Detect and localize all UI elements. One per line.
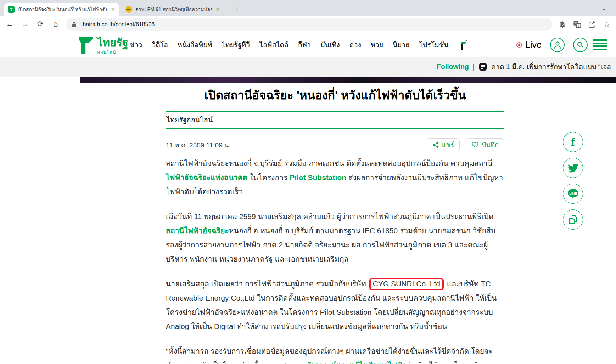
svg-text:文: 文	[577, 24, 580, 27]
news-list-icon	[479, 63, 487, 71]
heart-icon	[471, 141, 479, 148]
facebook-share-button[interactable]: f	[563, 132, 583, 152]
share-label: แชร์	[442, 140, 454, 150]
svg-text:+: +	[465, 40, 467, 43]
nav-item-news[interactable]: ข่าว	[130, 39, 142, 50]
share-icon[interactable]	[588, 21, 596, 28]
line-icon: LINE	[567, 188, 579, 200]
tab-title: สวพ. FM 91 สถานีวิทยุเพื่อความปลอดภัย	[135, 5, 212, 13]
article-content: เปิดสถานีอัจฉริยะ 'หนองกี่' หวังแก้ไฟฟ้า…	[166, 83, 504, 364]
article-text: ในโครงการ	[247, 173, 290, 181]
nav-item-lifestyle[interactable]: ไลฟ์สไตล์	[259, 39, 289, 50]
user-icon	[553, 40, 562, 50]
nav-item-promotion[interactable]: โปรโมชั่น	[419, 39, 448, 50]
search-icon	[576, 40, 585, 49]
twitter-share-button[interactable]	[563, 158, 583, 178]
save-label: บันทึก	[482, 140, 499, 150]
copy-pages-icon	[568, 214, 578, 225]
live-label: Live	[525, 40, 542, 50]
live-button[interactable]: Live	[516, 40, 542, 50]
url-text[interactable]: thairath.co.th/content/618506	[81, 21, 155, 28]
social-share-rail: f LINE	[563, 132, 583, 230]
article-text: สถานีไฟฟ้าอัจฉริยะหนองกี่ จ.บุรีรัมย์ ร่…	[166, 159, 493, 167]
red-highlight-box: CYG SUNRI Co.,Ltd	[369, 278, 444, 290]
nav-item-horoscope[interactable]: ดวง	[349, 39, 361, 50]
new-tab-button[interactable]: +	[232, 4, 242, 14]
notifications-muted-icon[interactable]	[559, 21, 566, 28]
tab-thairath-article[interactable]: T เปิดสถานีอัจฉริยะ 'หนองกี่' หวังแก้ไฟฟ…	[4, 3, 119, 16]
lock-icon	[72, 22, 77, 28]
bookmark-star-icon[interactable]: ☆	[603, 20, 610, 29]
tab-fm91[interactable]: FM สวพ. FM 91 สถานีวิทยุเพื่อความปลอดภัย…	[122, 3, 224, 16]
nav-item-tv[interactable]: ไทยรัฐทีวี	[222, 39, 250, 50]
nav-item-novel[interactable]: นิยาย	[393, 39, 409, 50]
share-button[interactable]: แชร์	[427, 138, 460, 151]
thairath-plus-icon[interactable]: +	[458, 40, 467, 50]
main-navigation: ข่าว วิดีโอ หนังสือพิมพ์ ไทยรัฐทีวี ไลฟ์…	[130, 33, 467, 57]
following-ticker-bar: Following | คาด 1 มี.ค. เพิ่มการรักษาโคว…	[0, 57, 616, 77]
article-link[interactable]: วิเคราะห์และแก้ไขปัญหาไฟฟ้า	[308, 361, 407, 364]
line-share-button[interactable]: LINE	[563, 184, 583, 204]
svg-text:LINE: LINE	[569, 191, 577, 195]
fm91-favicon-icon: FM	[125, 6, 132, 13]
nav-item-entertainment[interactable]: บันเทิง	[320, 39, 340, 50]
article-text: เมื่อวันที่ 11 พฤษภาคม 2559 นายเสริมสกุล…	[166, 212, 493, 220]
article-paragraph: สถานีไฟฟ้าอัจฉริยะหนองกี่ จ.บุรีรัมย์ ร่…	[166, 156, 504, 199]
forward-icon: →	[20, 19, 30, 29]
copy-link-button[interactable]	[563, 209, 583, 230]
home-icon[interactable]: ⌂	[50, 19, 61, 29]
logo-subtitle: ออนไลน์	[97, 49, 128, 56]
thairath-t-icon	[77, 36, 94, 54]
ticker-headline[interactable]: คาด 1 มี.ค. เพิ่มการรักษาโควิดแบบ “เจอ	[491, 61, 611, 72]
article-link[interactable]: สถานีไฟฟ้าอัจฉริยะ	[166, 226, 229, 235]
article-text: ขัดข้องได้รวดเร็ว ถูกต้องและ	[407, 361, 499, 364]
live-dot-icon	[516, 42, 522, 48]
tab-title: เปิดสถานีอัจฉริยะ 'หนองกี่' หวังแก้ไฟฟ้า…	[18, 5, 107, 13]
address-bar[interactable]: thairath.co.th/content/618506	[66, 18, 552, 31]
nav-item-lottery[interactable]: หวย	[371, 39, 383, 50]
search-button[interactable]	[573, 38, 588, 52]
facebook-icon: f	[571, 136, 575, 149]
byline-box: ไทยรัฐออนไลน์	[166, 111, 504, 129]
save-button[interactable]: บันทึก	[466, 138, 504, 151]
publish-date: 11 พ.ค. 2559 11:09 น.	[166, 140, 231, 150]
tab-separator	[228, 6, 228, 13]
nav-item-video[interactable]: วิดีโอ	[152, 39, 168, 50]
nav-item-newspaper[interactable]: หนังสือพิมพ์	[178, 39, 212, 50]
article-paragraph: "ทั้งนี้สามารถ รองรับการเชื่อมต่อข้อมูลข…	[166, 344, 504, 364]
article-paragraph: เมื่อวันที่ 11 พฤษภาคม 2559 นายเสริมสกุล…	[166, 209, 504, 266]
logo-title: ไทยรัฐ	[97, 37, 128, 49]
tab-close-icon[interactable]: ✕	[215, 6, 220, 13]
back-icon[interactable]: ←	[5, 19, 15, 29]
thairath-logo[interactable]: ไทยรัฐ ออนไลน์	[77, 36, 128, 56]
following-label[interactable]: Following	[437, 63, 469, 71]
ad-banner-strip[interactable]	[80, 77, 616, 83]
account-button[interactable]	[550, 38, 565, 52]
chevron-down-icon[interactable]: ⌄	[601, 4, 607, 12]
reload-icon[interactable]: ⟳	[35, 19, 46, 29]
site-header: ไทยรัฐ ออนไลน์ ข่าว วิดีโอ หนังสือพิมพ์ …	[0, 33, 616, 57]
article-link[interactable]: Pilot Substation	[290, 173, 346, 181]
menu-hamburger-icon[interactable]	[593, 39, 607, 50]
byline[interactable]: ไทยรัฐออนไลน์	[167, 116, 213, 124]
article-text: นายเสริมสกุล เปิดเผยว่า การไฟฟ้าส่วนภูมิ…	[166, 280, 368, 288]
share-nodes-icon	[432, 141, 439, 148]
article-paragraph: นายเสริมสกุล เปิดเผยว่า การไฟฟ้าส่วนภูมิ…	[166, 277, 504, 334]
twitter-icon	[568, 163, 578, 173]
ticker-separator: |	[472, 62, 475, 72]
thairath-favicon-icon: T	[8, 6, 15, 13]
article-meta-row: 11 พ.ค. 2559 11:09 น. แชร์ บันทึก	[166, 138, 504, 151]
nav-item-sport[interactable]: กีฬา	[298, 39, 311, 50]
article-title: เปิดสถานีอัจฉริยะ 'หนองกี่' หวังแก้ไฟฟ้า…	[166, 88, 504, 103]
tab-close-icon[interactable]: ✕	[110, 6, 116, 13]
browser-toolbar: ← → ⟳ ⌂ thairath.co.th/content/618506 G …	[0, 16, 616, 33]
translate-icon[interactable]: G 文	[573, 21, 581, 28]
browser-tab-bar: T เปิดสถานีอัจฉริยะ 'หนองกี่' หวังแก้ไฟฟ…	[0, 0, 616, 16]
article-link[interactable]: ไฟฟ้าอัจฉริยะแห่งอนาคต	[166, 173, 247, 181]
